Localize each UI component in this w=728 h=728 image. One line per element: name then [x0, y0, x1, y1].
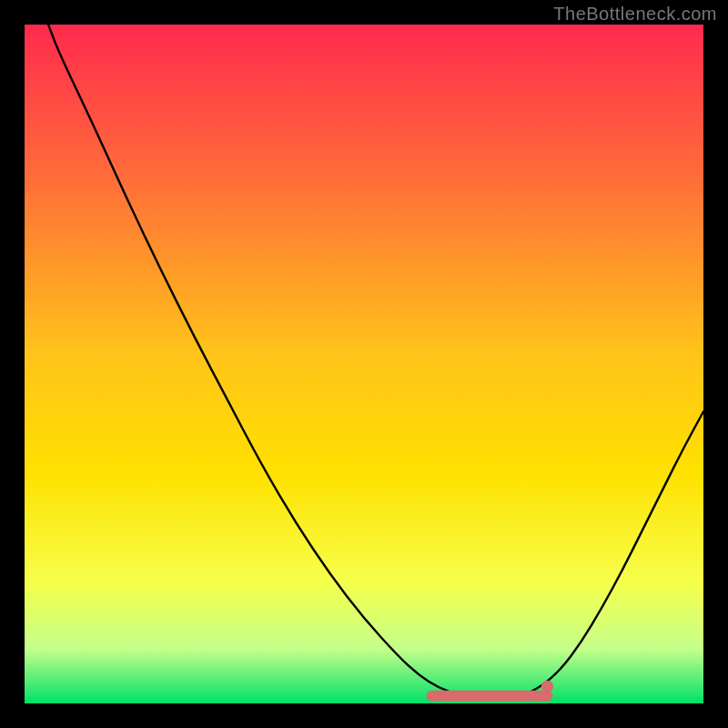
gradient-background — [25, 25, 703, 703]
watermark-text: TheBottleneck.com — [553, 4, 717, 25]
chart-svg — [25, 25, 703, 703]
plot-area — [25, 25, 703, 703]
optimal-end-dot — [541, 681, 553, 693]
chart-frame: TheBottleneck.com — [0, 0, 728, 728]
